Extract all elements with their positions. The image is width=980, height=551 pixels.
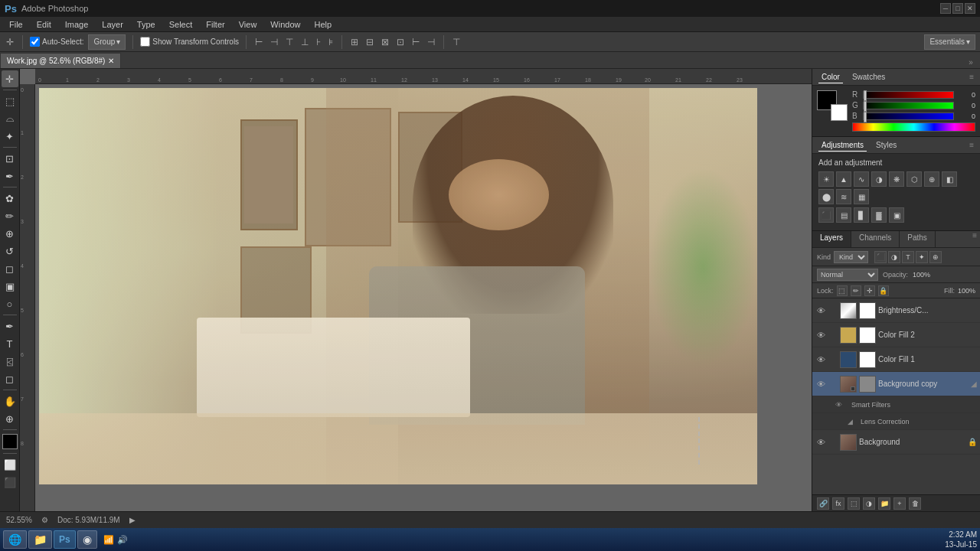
adj-panel-collapse[interactable]: ≡ — [969, 141, 974, 149]
tab-channels[interactable]: Channels — [851, 231, 900, 247]
levels-adj-icon[interactable]: ▲ — [836, 171, 851, 187]
sublayer-smart-filters[interactable]: 👁 Smart Filters — [812, 396, 980, 413]
layer-eye-background[interactable]: 👁 — [815, 437, 826, 448]
g-slider[interactable] — [863, 102, 954, 109]
menu-filter[interactable]: Filter — [200, 18, 230, 31]
layer-delete-btn[interactable]: 🗑 — [909, 497, 921, 510]
group-select[interactable]: Group ▾ — [88, 34, 126, 50]
align-center-h-icon[interactable]: ⊣ — [269, 37, 279, 47]
layer-eye-brightness[interactable]: 👁 — [815, 305, 826, 316]
background-color-swatch[interactable] — [831, 104, 848, 121]
menu-window[interactable]: Window — [264, 18, 306, 31]
r-slider[interactable] — [863, 91, 954, 99]
arrange-icon[interactable]: ⊤ — [451, 37, 462, 47]
photofilter-adj-icon[interactable]: ⬤ — [818, 189, 834, 204]
smart-filter-eye-icon[interactable]: 👁 — [835, 401, 846, 409]
invert-adj-icon[interactable]: ⬛ — [818, 207, 834, 223]
distribute-top-icon[interactable]: ⊡ — [395, 37, 406, 47]
layer-link-bottom-btn[interactable]: 🔗 — [817, 497, 829, 510]
tab-paths[interactable]: Paths — [900, 231, 936, 247]
channelmix-adj-icon[interactable]: ≋ — [836, 189, 851, 204]
screen-mode-btn[interactable]: ⬛ — [2, 474, 18, 491]
taskbar-ie[interactable]: 🌐 — [3, 530, 27, 549]
lasso-tool[interactable]: ⌓ — [2, 110, 18, 127]
taskbar-ps[interactable]: Ps — [54, 530, 76, 549]
zoom-tool[interactable]: ⊕ — [2, 410, 18, 427]
align-top-icon[interactable]: ⊥ — [299, 37, 310, 47]
filter-type-icon[interactable]: T — [902, 251, 914, 263]
history-brush-tool[interactable]: ↺ — [2, 243, 18, 259]
menu-image[interactable]: Image — [59, 18, 95, 31]
curves-adj-icon[interactable]: ∿ — [854, 171, 869, 187]
lock-all-btn[interactable]: 🔒 — [878, 285, 889, 296]
layer-eye-colorfill2[interactable]: 👁 — [815, 330, 826, 341]
layer-item-colorfill1[interactable]: 👁 Color Fill 1 — [812, 347, 980, 372]
auto-select-checkbox[interactable] — [30, 37, 40, 47]
lock-move-btn[interactable]: ✛ — [864, 285, 875, 296]
vibrance-adj-icon[interactable]: ❋ — [889, 171, 904, 187]
brush-tool[interactable]: ✏ — [2, 207, 18, 224]
distribute-center-v-icon[interactable]: ⊢ — [410, 37, 421, 47]
eyedropper-tool[interactable]: ✒ — [2, 168, 18, 184]
dodge-tool[interactable]: ○ — [2, 295, 18, 312]
close-button[interactable]: ✕ — [965, 3, 975, 14]
exposure-adj-icon[interactable]: ◑ — [871, 171, 887, 187]
doc-tab-work[interactable]: Work.jpg @ 52.6% (RGB/8#) ✕ — [0, 53, 121, 68]
blend-mode-select[interactable]: Normal — [817, 269, 878, 281]
selective-color-adj-icon[interactable]: ▣ — [889, 207, 904, 223]
layer-item-brightness[interactable]: 👁 Brightness/C... — [812, 298, 980, 323]
status-arrow[interactable]: ▶ — [129, 516, 136, 524]
menu-layer[interactable]: Layer — [96, 18, 129, 31]
posterize-adj-icon[interactable]: ▤ — [836, 207, 851, 223]
bw-adj-icon[interactable]: ◧ — [942, 171, 957, 187]
layer-new-btn[interactable]: + — [893, 497, 906, 510]
layer-folder-btn[interactable]: 📁 — [878, 497, 890, 510]
spot-heal-tool[interactable]: ✿ — [2, 190, 18, 207]
tab-adjustments[interactable]: Adjustments — [818, 139, 867, 152]
layer-item-colorfill2[interactable]: 👁 Color Fill 2 — [812, 323, 980, 347]
distribute-left-icon[interactable]: ⊞ — [349, 37, 360, 47]
threshold-adj-icon[interactable]: ▊ — [854, 207, 869, 223]
hand-tool[interactable]: ✋ — [2, 393, 18, 409]
menu-file[interactable]: File — [3, 18, 29, 31]
layer-item-background[interactable]: 👁 Background 🔒 — [812, 430, 980, 455]
tab-styles[interactable]: Styles — [873, 139, 900, 151]
hsl-adj-icon[interactable]: ⬡ — [906, 171, 922, 187]
filter-shape-icon[interactable]: ✦ — [916, 251, 928, 263]
layer-eye-colorfill1[interactable]: 👁 — [815, 354, 826, 365]
distribute-center-h-icon[interactable]: ⊟ — [364, 37, 375, 47]
show-transform-checkbox[interactable] — [140, 37, 150, 47]
menu-select[interactable]: Select — [163, 18, 199, 31]
distribute-right-icon[interactable]: ⊠ — [380, 37, 390, 47]
kind-select[interactable]: Kind — [834, 251, 868, 263]
align-center-v-icon[interactable]: ⊦ — [315, 37, 322, 47]
layers-panel-collapse[interactable]: ≡ — [972, 231, 977, 247]
menu-edit[interactable]: Edit — [31, 18, 57, 31]
sublayer-lens-correction[interactable]: ◢ Lens Correction — [812, 413, 980, 430]
distribute-bottom-icon[interactable]: ⊣ — [426, 37, 436, 47]
quick-mask-btn[interactable]: ⬜ — [2, 456, 18, 473]
lock-pixels-btn[interactable]: ⬚ — [837, 285, 848, 296]
gradient-tool[interactable]: ▣ — [2, 278, 18, 295]
tab-layers[interactable]: Layers — [812, 231, 851, 247]
path-select-tool[interactable]: ⍃ — [2, 353, 18, 370]
menu-view[interactable]: View — [233, 18, 263, 31]
workspace-selector[interactable]: Essentials ▾ — [924, 34, 975, 50]
align-left-icon[interactable]: ⊢ — [253, 37, 264, 47]
shape-tool[interactable]: ◻ — [2, 370, 18, 387]
color-panel-collapse[interactable]: ≡ — [969, 73, 974, 81]
clone-tool[interactable]: ⊕ — [2, 225, 18, 242]
align-bottom-icon[interactable]: ⊧ — [327, 37, 335, 47]
layer-mask-btn[interactable]: ⬚ — [848, 497, 860, 510]
color-spectrum[interactable] — [852, 122, 975, 132]
eraser-tool[interactable]: ◻ — [2, 260, 18, 277]
gradient-map-adj-icon[interactable]: ▓ — [871, 207, 887, 223]
filter-pixel-icon[interactable]: ⬛ — [874, 251, 887, 263]
layer-eye-bgcopy[interactable]: 👁 — [815, 379, 826, 390]
pen-tool[interactable]: ✒ — [2, 318, 18, 334]
tab-swatches[interactable]: Swatches — [849, 71, 888, 83]
foreground-color[interactable] — [2, 434, 18, 449]
move-tool[interactable]: ✛ — [2, 70, 18, 87]
crop-tool[interactable]: ⊡ — [2, 150, 18, 167]
filter-adj-icon[interactable]: ◑ — [888, 251, 900, 263]
